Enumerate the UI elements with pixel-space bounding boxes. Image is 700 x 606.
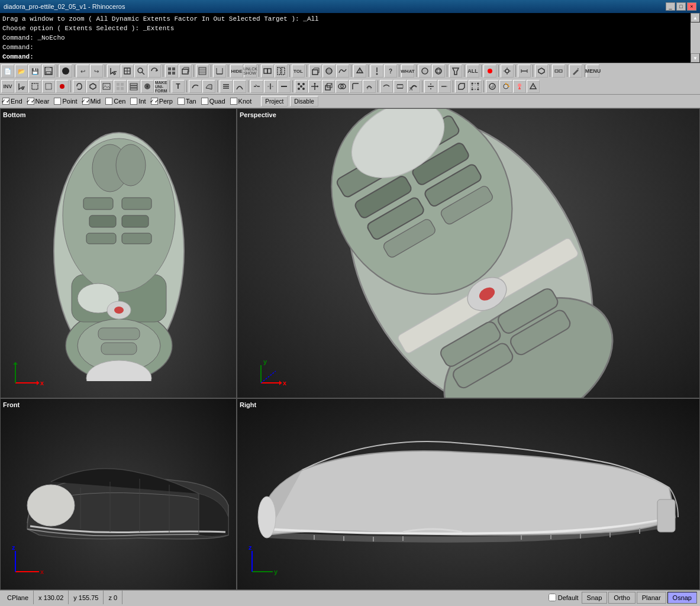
default-checkbox[interactable]	[549, 594, 556, 601]
snap-btn[interactable]: Snap	[582, 592, 608, 604]
osnap-btn[interactable]: Osnap	[667, 592, 697, 604]
select-mode-btn[interactable]	[15, 80, 28, 93]
osnap-near-check[interactable]: ✓	[27, 98, 34, 105]
what-btn[interactable]: WHAT	[401, 65, 414, 78]
planar-btn[interactable]: Planar	[637, 592, 666, 604]
curve-ops-btn[interactable]	[233, 80, 246, 93]
offset-btn[interactable]	[363, 80, 376, 93]
draw-btn[interactable]	[569, 65, 582, 78]
osnap-point[interactable]: Point	[54, 98, 77, 105]
match-btn[interactable]	[250, 80, 263, 93]
rotate-btn[interactable]	[148, 65, 161, 78]
surface-btn[interactable]	[336, 65, 349, 78]
distance-btn[interactable]	[518, 65, 531, 78]
dim-btn[interactable]	[213, 65, 226, 78]
extrude-btn[interactable]	[322, 80, 335, 93]
zoom-btn[interactable]	[134, 65, 147, 78]
inv-btn[interactable]: INV	[1, 80, 14, 93]
fillet-btn[interactable]	[349, 80, 362, 93]
all-btn[interactable]: ALL	[466, 65, 479, 78]
snap3d-btn[interactable]	[501, 65, 514, 78]
osnap-cen[interactable]: Cen	[105, 98, 125, 105]
reduce-btn[interactable]	[527, 80, 540, 93]
sphere-btn[interactable]	[322, 65, 336, 78]
analyse-btn[interactable]	[370, 65, 383, 78]
minimize-btn[interactable]: _	[666, 2, 675, 11]
rebuild-btn[interactable]	[535, 65, 548, 78]
block-btn[interactable]	[179, 65, 192, 78]
osnap-knot-check[interactable]	[230, 98, 237, 105]
osnap-end-check[interactable]: ✓	[2, 98, 9, 105]
lasso-btn[interactable]	[73, 80, 86, 93]
osnap-quad-check[interactable]	[201, 98, 208, 105]
extend-btn[interactable]	[438, 80, 451, 93]
filter-btn[interactable]	[449, 65, 462, 78]
osnap-quad[interactable]: Quad	[201, 98, 225, 105]
osnap-end[interactable]: ✓ End	[2, 98, 22, 105]
join-btn[interactable]	[278, 80, 291, 93]
osnap-cen-check[interactable]	[105, 98, 112, 105]
osnap-point-check[interactable]	[54, 98, 61, 105]
hatch-btn[interactable]	[196, 65, 209, 78]
hide-btn[interactable]: HIDE	[230, 65, 243, 78]
maximize-btn[interactable]: □	[676, 2, 686, 11]
record-btn[interactable]	[483, 65, 496, 78]
record2-btn[interactable]	[56, 80, 69, 93]
window-select-btn[interactable]	[28, 80, 41, 93]
save-btn[interactable]: 💾	[28, 65, 41, 78]
sweep-btn[interactable]	[407, 80, 420, 93]
osnap-mid-check[interactable]: ✓	[82, 98, 89, 105]
cmd-line-5[interactable]: Command:	[2, 52, 698, 62]
close-btn[interactable]: ×	[687, 2, 696, 11]
curve-btn[interactable]	[189, 80, 202, 93]
boolean-btn[interactable]	[336, 80, 349, 93]
flamingo-btn[interactable]	[513, 80, 526, 93]
more1-btn[interactable]	[552, 65, 565, 78]
viewport-front[interactable]: Front	[0, 398, 237, 590]
osnap-int[interactable]: Int	[130, 98, 146, 105]
group-btn[interactable]	[261, 65, 274, 78]
select-btn[interactable]	[107, 65, 120, 78]
transform-btn[interactable]	[121, 65, 134, 78]
saveas-btn[interactable]	[42, 65, 55, 78]
blend-btn[interactable]	[380, 80, 393, 93]
more2-btn[interactable]	[220, 80, 233, 93]
viewport-bottom[interactable]: Bottom	[0, 108, 237, 398]
render-btn[interactable]	[486, 80, 499, 93]
scroll-up-btn[interactable]: ▲	[691, 13, 700, 22]
redo-btn[interactable]: ↪	[90, 65, 103, 78]
menu-btn[interactable]: MENU	[586, 65, 599, 78]
ungroup-btn[interactable]	[275, 65, 288, 78]
ortho-btn[interactable]: Ortho	[608, 592, 636, 604]
material-btn[interactable]	[418, 65, 431, 78]
disable-btn[interactable]: Disable	[290, 96, 318, 107]
grid-btn[interactable]	[114, 80, 127, 93]
osnap-mid[interactable]: ✓ Mid	[82, 98, 101, 105]
move-btn[interactable]	[308, 80, 321, 93]
array-btn[interactable]	[165, 65, 178, 78]
surface2-btn[interactable]	[202, 80, 215, 93]
undo-btn[interactable]: ↩	[76, 65, 89, 78]
osnap-knot[interactable]: Knot	[230, 98, 252, 105]
text-btn[interactable]: T	[172, 80, 185, 93]
osnap-tan[interactable]: Tan	[178, 98, 196, 105]
make-uniform-btn[interactable]: MAKE UNI- FORM	[154, 80, 167, 93]
osnap-perp-check[interactable]: ✓	[151, 98, 158, 105]
morph-btn[interactable]	[455, 80, 468, 93]
display-btn[interactable]	[141, 80, 154, 93]
image-btn[interactable]	[100, 80, 113, 93]
osnap-near[interactable]: ✓ Near	[27, 98, 50, 105]
project-btn[interactable]: Project	[261, 96, 288, 107]
unlock-show-btn[interactable]: UNLCK SHOW	[244, 65, 257, 78]
box-btn[interactable]	[309, 65, 322, 78]
circle-solid-btn[interactable]	[59, 65, 72, 78]
mesh-btn[interactable]	[353, 65, 366, 78]
viewport-perspective[interactable]: Perspective	[237, 108, 700, 398]
split-btn[interactable]	[264, 80, 277, 93]
osnap-int-check[interactable]	[130, 98, 137, 105]
polygon-select-btn[interactable]	[86, 80, 99, 93]
raytrace-btn[interactable]	[499, 80, 512, 93]
loft-btn[interactable]	[393, 80, 407, 93]
osnap-tan-check[interactable]	[178, 98, 185, 105]
cage-btn[interactable]	[469, 80, 482, 93]
